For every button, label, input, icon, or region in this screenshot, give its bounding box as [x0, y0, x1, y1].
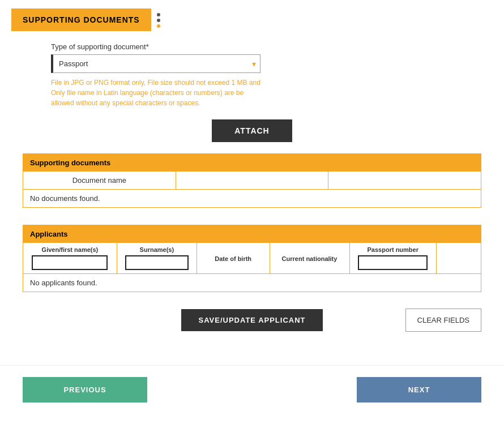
- file-hint: File in JPG or PNG format only, File siz…: [51, 78, 260, 108]
- applicants-col-headers: Given/first name(s) Surname(s) Date of b…: [23, 243, 481, 274]
- attach-section: ATTACH: [23, 119, 481, 142]
- clear-fields-button[interactable]: CLEAR FIELDS: [405, 309, 481, 332]
- doc-type-label: Type of supporting document*: [51, 42, 481, 51]
- previous-button[interactable]: PREVIOUS: [23, 377, 147, 403]
- attach-button[interactable]: ATTACH: [212, 119, 292, 142]
- col-nationality: Current nationality: [270, 243, 350, 273]
- action-buttons: SAVE/UPDATE APPLICANT CLEAR FIELDS: [23, 309, 481, 331]
- col-doc-empty-1: [176, 172, 329, 189]
- col-action: [437, 243, 481, 273]
- docs-empty-message: No documents found.: [23, 190, 481, 207]
- main-content: Type of supporting document* Passport ID…: [0, 37, 504, 354]
- dob-label: Date of birth: [215, 255, 251, 262]
- surname-input[interactable]: [125, 255, 189, 270]
- applicants-empty-message: No applicants found.: [23, 274, 481, 292]
- applicants-table: Applicants Given/first name(s) Surname(s…: [23, 225, 481, 292]
- doc-type-select-wrapper: Passport ID Card Birth Certificate ▾: [51, 54, 260, 73]
- col-doc-empty-2: [328, 172, 481, 189]
- next-button[interactable]: NEXT: [357, 377, 481, 403]
- page-title: SUPPORTING DOCUMENTS: [11, 8, 151, 31]
- supporting-docs-header: Supporting documents: [23, 154, 481, 172]
- passport-label: Passport number: [368, 246, 418, 253]
- col-given-name: Given/first name(s): [23, 243, 117, 273]
- doc-type-section: Type of supporting document* Passport ID…: [23, 42, 481, 108]
- page-wrapper: SUPPORTING DOCUMENTS Type of supporting …: [0, 0, 504, 441]
- col-passport: Passport number: [350, 243, 437, 273]
- surname-label: Surname(s): [140, 246, 174, 253]
- given-name-label: Given/first name(s): [42, 246, 99, 253]
- doc-type-select[interactable]: Passport ID Card Birth Certificate: [51, 54, 260, 73]
- supporting-docs-table: Supporting documents Document name No do…: [23, 153, 481, 208]
- dots-menu[interactable]: [157, 13, 160, 28]
- save-update-button[interactable]: SAVE/UPDATE APPLICANT: [181, 309, 322, 331]
- col-doc-name: Document name: [23, 172, 176, 189]
- applicants-header: Applicants: [23, 225, 481, 243]
- dot-2: [157, 19, 160, 22]
- col-surname: Surname(s): [117, 243, 197, 273]
- passport-input[interactable]: [358, 255, 428, 270]
- dot-1: [157, 13, 160, 16]
- header-section: SUPPORTING DOCUMENTS: [0, 0, 504, 37]
- supporting-docs-col-headers: Document name: [23, 172, 481, 190]
- bottom-nav: PREVIOUS NEXT: [0, 365, 504, 414]
- given-name-input[interactable]: [32, 255, 108, 270]
- col-dob: Date of birth: [197, 243, 270, 273]
- nationality-label: Current nationality: [282, 255, 338, 262]
- dot-3: [157, 24, 160, 28]
